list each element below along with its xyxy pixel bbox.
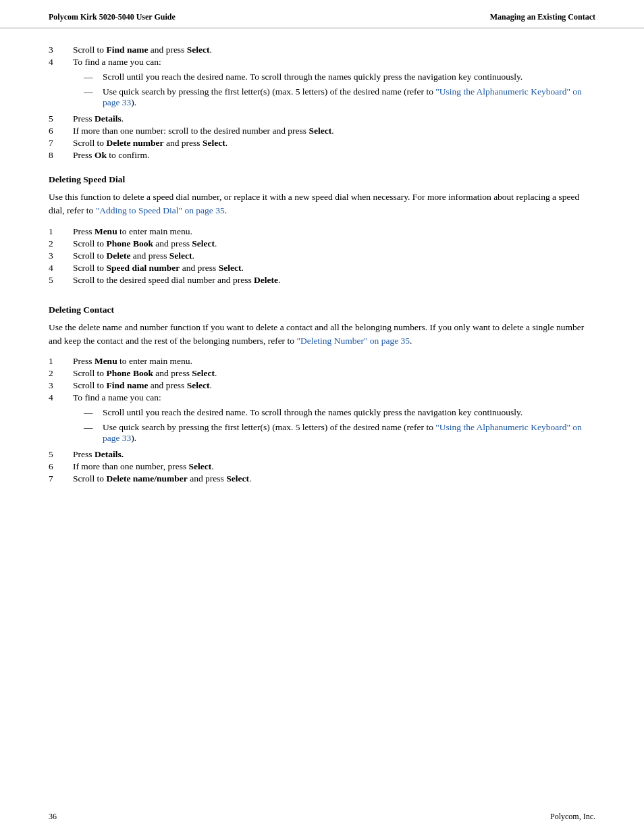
step-text: Press Menu to enter main menu. [73,226,595,237]
step-number: 8 [49,150,73,161]
step-text: Scroll to Phone Book and press Select. [73,238,595,249]
sub-bullet: — [84,86,103,97]
speed-dial-steps: 1 Press Menu to enter main menu. 2 Scrol… [49,226,595,286]
step-number: 3 [49,45,73,55]
step-text: If more than one number, press Select. [73,461,595,472]
dc-step-7: 7 Scroll to Delete name/number and press… [49,473,595,484]
step-text: Scroll to Delete name/number and press S… [73,473,595,484]
deleting-speed-dial-title: Deleting Speed Dial [49,174,595,185]
step-number: 7 [49,138,73,149]
footer-page-number: 36 [49,812,57,822]
step-number: 1 [49,356,73,367]
step-number: 2 [49,368,73,379]
step-text: Scroll to Phone Book and press Select. [73,368,595,379]
page: Polycom Kirk 5020-5040 User Guide Managi… [0,0,644,834]
step-number: 2 [49,238,73,249]
step-text: Scroll to Delete and press Select. [73,251,595,261]
deleting-number-link[interactable]: "Deleting Number" on page 35 [296,336,410,346]
adding-speed-dial-link[interactable]: "Adding to Speed Dial" on page 35 [96,205,225,215]
sub-list-2: — Scroll until you reach the desired nam… [73,407,595,444]
step-number: 5 [49,113,73,124]
step-number: 4 [49,263,73,273]
sub-item-3: — Scroll until you reach the desired nam… [73,407,595,418]
step-text: Press Details. [73,449,595,460]
step-text: Scroll to Find name and press Select. [73,380,595,391]
sub-item-4: — Use quick search by pressing the first… [73,422,595,444]
header-right: Managing an Existing Contact [490,12,595,22]
step-text: Scroll to Speed dial number and press Se… [73,263,595,273]
step-text: If more than one number: scroll to the d… [73,126,595,136]
step-text: To find a name you can: — Scroll until y… [73,57,595,112]
sub-text: Scroll until you reach the desired name.… [103,72,595,82]
sub-item-2: — Use quick search by pressing the first… [73,86,595,108]
step-8: 8 Press Ok to confirm. [49,150,595,161]
step-3: 3 Scroll to Find name and press Select. [49,45,595,55]
step-number: 6 [49,126,73,136]
deleting-speed-dial-desc: Use this function to delete a speed dial… [49,190,595,218]
sub-text: Use quick search by pressing the first l… [103,422,595,444]
sub-text: Scroll until you reach the desired name.… [103,407,595,418]
step-4: 4 To find a name you can: — Scroll until… [49,57,595,112]
contact-steps: 1 Press Menu to enter main menu. 2 Scrol… [49,356,595,484]
sub-bullet: — [84,422,103,433]
sub-bullet: — [84,407,103,418]
step-number: 5 [49,275,73,286]
footer-company: Polycom, Inc. [550,812,595,822]
step-number: 3 [49,251,73,261]
dc-step-1: 1 Press Menu to enter main menu. [49,356,595,367]
alphanumeric-keyboard-link-2[interactable]: "Using the Alphanumeric Keyboard" on pag… [103,422,582,443]
sub-item-1: — Scroll until you reach the desired nam… [73,72,595,82]
step-text: Press Ok to confirm. [73,150,595,161]
deleting-contact-title: Deleting Contact [49,305,595,315]
step-6: 6 If more than one number: scroll to the… [49,126,595,136]
header-left: Polycom Kirk 5020-5040 User Guide [49,12,176,22]
sub-list: — Scroll until you reach the desired nam… [73,72,595,108]
sd-step-1: 1 Press Menu to enter main menu. [49,226,595,237]
step-text: Press Menu to enter main menu. [73,356,595,367]
step-text: Scroll to the desired speed dial number … [73,275,595,286]
sub-bullet: — [84,72,103,82]
page-footer: 36 Polycom, Inc. [49,812,595,822]
sd-step-3: 3 Scroll to Delete and press Select. [49,251,595,261]
step-number: 4 [49,392,73,403]
deleting-contact-desc: Use the delete name and number function … [49,321,595,348]
step-text: Scroll to Delete number and press Select… [73,138,595,149]
step-text: Scroll to Find name and press Select. [73,45,595,55]
continuation-steps: 3 Scroll to Find name and press Select. … [49,45,595,161]
step-number: 5 [49,449,73,460]
step-number: 6 [49,461,73,472]
sub-text: Use quick search by pressing the first l… [103,86,595,108]
step-number: 1 [49,226,73,237]
page-content: 3 Scroll to Find name and press Select. … [0,28,644,502]
step-text: Press Details. [73,113,595,124]
dc-step-5: 5 Press Details. [49,449,595,460]
step-text: To find a name you can: — Scroll until y… [73,392,595,448]
alphanumeric-keyboard-link-1[interactable]: "Using the Alphanumeric Keyboard" on pag… [103,86,582,107]
dc-step-6: 6 If more than one number, press Select. [49,461,595,472]
sd-step-4: 4 Scroll to Speed dial number and press … [49,263,595,273]
dc-step-3: 3 Scroll to Find name and press Select. [49,380,595,391]
step-number: 4 [49,57,73,68]
step-number: 3 [49,380,73,391]
sd-step-5: 5 Scroll to the desired speed dial numbe… [49,275,595,286]
sd-step-2: 2 Scroll to Phone Book and press Select. [49,238,595,249]
dc-step-4: 4 To find a name you can: — Scroll until… [49,392,595,448]
dc-step-2: 2 Scroll to Phone Book and press Select. [49,368,595,379]
step-number: 7 [49,473,73,484]
page-header: Polycom Kirk 5020-5040 User Guide Managi… [0,0,644,28]
step-7: 7 Scroll to Delete number and press Sele… [49,138,595,149]
step-5: 5 Press Details. [49,113,595,124]
